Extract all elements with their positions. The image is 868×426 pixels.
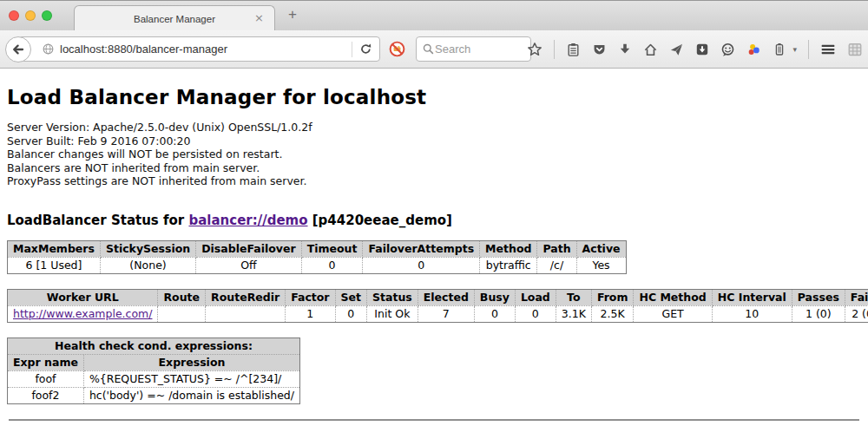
tab-balancer-manager[interactable]: Balancer Manager × bbox=[74, 5, 275, 31]
tab-close-icon[interactable]: × bbox=[254, 11, 264, 25]
battery-dropdown-caret-icon[interactable]: ▾ bbox=[792, 45, 797, 54]
load-cell: 0 bbox=[515, 305, 556, 322]
column-header: To bbox=[556, 289, 591, 305]
battery-icon bbox=[773, 43, 786, 56]
column-header: Factor bbox=[286, 289, 335, 305]
column-header: Expression bbox=[83, 354, 299, 370]
back-arrow-icon bbox=[11, 43, 25, 56]
status-cell: Init Ok bbox=[367, 305, 418, 322]
column-header: Method bbox=[480, 240, 537, 257]
expression-row: foof2 hc('body') =~ /domain is establish… bbox=[8, 387, 300, 403]
sticky-session-cell: (None) bbox=[100, 257, 195, 273]
close-window-button[interactable] bbox=[9, 10, 19, 21]
to-cell: 3.1K bbox=[556, 305, 591, 322]
column-header: Route bbox=[158, 289, 206, 305]
pages-grid-icon bbox=[847, 42, 863, 57]
worker-status-table: Worker URL Route RouteRedir Factor Set S… bbox=[7, 289, 868, 323]
column-header: StickySession bbox=[100, 240, 195, 257]
tab-title: Balancer Manager bbox=[134, 14, 215, 24]
column-header: Fails bbox=[845, 289, 868, 305]
search-bar[interactable] bbox=[416, 36, 531, 62]
expr-name-cell: foof2 bbox=[8, 387, 84, 403]
column-header: Status bbox=[367, 289, 418, 305]
health-check-expressions-table: Health check cond. expressions: Expr nam… bbox=[7, 338, 300, 404]
active-cell: Yes bbox=[576, 257, 626, 273]
column-header: FailoverAttempts bbox=[363, 240, 480, 257]
menu-button[interactable] bbox=[820, 42, 836, 57]
column-header: Load bbox=[515, 289, 556, 305]
toolbar-icons: ▾ bbox=[527, 30, 863, 69]
back-button[interactable] bbox=[5, 36, 31, 62]
expr-name-cell: foof bbox=[8, 370, 84, 387]
table-header-row: Worker URL Route RouteRedir Factor Set S… bbox=[8, 289, 868, 305]
home-button[interactable] bbox=[643, 43, 658, 57]
search-magnifier-icon bbox=[422, 43, 435, 56]
minimize-window-button[interactable] bbox=[25, 10, 36, 21]
pages-grid-button[interactable] bbox=[847, 42, 863, 57]
status-heading-suffix: [p4420eeae_demo] bbox=[308, 213, 452, 228]
plugin-blocked-icon bbox=[388, 40, 406, 58]
reading-list-button[interactable] bbox=[566, 43, 581, 57]
page-title: Load Balancer Manager for localhost bbox=[7, 86, 861, 108]
disable-failover-cell: Off bbox=[196, 257, 301, 273]
color-dots-button[interactable] bbox=[746, 43, 761, 57]
route-redir-cell bbox=[206, 305, 286, 322]
column-header: Passes bbox=[792, 289, 845, 305]
table-title-row: Health check cond. expressions: bbox=[8, 338, 300, 354]
server-built-line: Server Built: Feb 9 2016 07:00:20 bbox=[7, 134, 861, 148]
busy-cell: 0 bbox=[474, 305, 515, 322]
zoom-window-button[interactable] bbox=[42, 10, 52, 21]
browser-window: Balancer Manager × + localhost:8880/bala… bbox=[0, 0, 868, 426]
send-plane-icon bbox=[669, 43, 684, 57]
traffic-lights bbox=[9, 10, 52, 21]
column-header: Worker URL bbox=[8, 289, 158, 305]
max-members-cell: 6 [1 Used] bbox=[8, 257, 101, 273]
battery-button[interactable] bbox=[773, 43, 786, 56]
column-header: MaxMembers bbox=[8, 240, 101, 257]
download-arrow-icon bbox=[618, 43, 632, 56]
info-line: ProxyPass settings are NOT inherited fro… bbox=[7, 174, 861, 188]
bookmark-star-button[interactable] bbox=[527, 42, 542, 57]
bookmark-star-icon bbox=[527, 42, 542, 57]
server-version-line: Server Version: Apache/2.5.0-dev (Unix) … bbox=[7, 121, 861, 134]
globe-icon bbox=[42, 43, 55, 56]
pocket-button[interactable] bbox=[592, 43, 607, 57]
home-icon bbox=[643, 43, 658, 57]
pocket-icon bbox=[592, 43, 607, 57]
urlbar-separator bbox=[352, 42, 352, 57]
send-button[interactable] bbox=[669, 43, 684, 57]
save-page-button[interactable] bbox=[695, 43, 709, 56]
worker-url-cell: http://www.example.com/ bbox=[8, 305, 158, 322]
expression-cell: %{REQUEST_STATUS} =~ /^[234]/ bbox=[83, 370, 299, 387]
hc-table-title: Health check cond. expressions: bbox=[8, 338, 300, 354]
column-header: RouteRedir bbox=[206, 289, 286, 305]
new-tab-button[interactable]: + bbox=[288, 6, 297, 23]
from-cell: 2.5K bbox=[591, 305, 634, 322]
reload-icon bbox=[359, 43, 372, 56]
toolbar-separator bbox=[554, 40, 555, 59]
downloads-button[interactable] bbox=[618, 43, 632, 56]
plugin-blocked-button[interactable] bbox=[388, 40, 406, 62]
url-bar[interactable]: localhost:8880/balancer-manager bbox=[18, 36, 380, 62]
search-input[interactable] bbox=[435, 43, 525, 56]
table-header-row: Expr name Expression bbox=[8, 354, 300, 370]
failover-attempts-cell: 0 bbox=[363, 257, 480, 273]
url-text[interactable]: localhost:8880/balancer-manager bbox=[60, 43, 352, 56]
feedback-button[interactable] bbox=[720, 43, 735, 57]
tab-bar: Balancer Manager × + bbox=[0, 0, 868, 30]
set-cell: 0 bbox=[335, 305, 366, 322]
toolbar-separator bbox=[808, 40, 809, 59]
balancer-settings-table: MaxMembers StickySession DisableFailover… bbox=[7, 240, 627, 274]
reload-button[interactable] bbox=[359, 43, 372, 56]
info-line: Balancers are NOT inherited from main se… bbox=[7, 161, 861, 175]
column-header: Elected bbox=[418, 289, 474, 305]
worker-url-link[interactable]: http://www.example.com/ bbox=[13, 307, 152, 320]
loadbalancer-status-heading: LoadBalancer Status for balancer://demo … bbox=[7, 213, 861, 228]
route-cell bbox=[158, 305, 206, 322]
server-info: Server Version: Apache/2.5.0-dev (Unix) … bbox=[7, 121, 861, 188]
expression-row: foof %{REQUEST_STATUS} =~ /^[234]/ bbox=[8, 370, 300, 387]
navigation-toolbar: localhost:8880/balancer-manager bbox=[0, 30, 868, 69]
balancer-demo-link[interactable]: balancer://demo bbox=[188, 213, 307, 228]
hc-interval-cell: 10 bbox=[712, 305, 792, 322]
save-page-icon bbox=[695, 43, 709, 56]
